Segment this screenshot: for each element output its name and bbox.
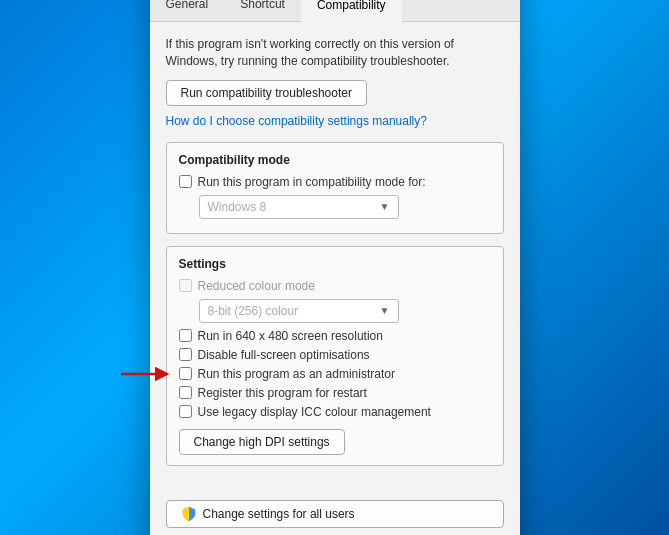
footer-buttons: OK Cancel Apply [150,528,520,535]
compatibility-mode-checkbox-row[interactable]: Run this program in compatibility mode f… [179,175,491,189]
compatibility-mode-checkbox-label: Run this program in compatibility mode f… [198,175,426,189]
arrow-icon [119,363,174,385]
disable-fullscreen-row[interactable]: Disable full-screen optimisations [179,348,491,362]
legacy-icc-label: Use legacy display ICC colour management [198,405,431,419]
compatibility-mode-section: Compatibility mode Run this program in c… [166,142,504,234]
settings-section: Settings Reduced colour mode 8-bit (256)… [166,246,504,466]
reduced-colour-mode-row[interactable]: Reduced colour mode [179,279,491,293]
run-as-admin-label: Run this program as an administrator [198,367,395,381]
windows-version-dropdown-row: Windows 8 ▼ [199,195,491,219]
disable-fullscreen-checkbox[interactable] [179,348,192,361]
legacy-icc-checkbox[interactable] [179,405,192,418]
640x480-row[interactable]: Run in 640 x 480 screen resolution [179,329,491,343]
tab-content: If this program isn't working correctly … [150,22,520,492]
help-link[interactable]: How do I choose compatibility settings m… [166,114,504,128]
dropdown-chevron-icon: ▼ [380,201,390,212]
run-as-admin-checkbox[interactable] [179,367,192,380]
windows-version-dropdown[interactable]: Windows 8 ▼ [199,195,399,219]
compatibility-mode-checkbox[interactable] [179,175,192,188]
legacy-icc-row[interactable]: Use legacy display ICC colour management [179,405,491,419]
dialog: Security Details Previous Versions Gener… [150,0,520,535]
640x480-label: Run in 640 x 480 screen resolution [198,329,383,343]
colour-dropdown-chevron-icon: ▼ [380,305,390,316]
640x480-checkbox[interactable] [179,329,192,342]
reduced-colour-mode-checkbox[interactable] [179,279,192,292]
register-restart-row[interactable]: Register this program for restart [179,386,491,400]
change-dpi-button[interactable]: Change high DPI settings [179,429,345,455]
uac-shield-icon [181,506,197,522]
change-all-users-label: Change settings for all users [203,507,355,521]
disable-fullscreen-label: Disable full-screen optimisations [198,348,370,362]
colour-depth-dropdown[interactable]: 8-bit (256) colour ▼ [199,299,399,323]
change-all-users-button[interactable]: Change settings for all users [166,500,504,528]
register-restart-label: Register this program for restart [198,386,367,400]
tabs-bottom-row: General Shortcut Compatibility [150,0,520,21]
compatibility-mode-label: Compatibility mode [179,153,491,167]
register-restart-checkbox[interactable] [179,386,192,399]
run-troubleshooter-button[interactable]: Run compatibility troubleshooter [166,80,367,106]
tab-shortcut[interactable]: Shortcut [224,0,301,21]
run-as-admin-row[interactable]: Run this program as an administrator [179,367,491,381]
colour-depth-dropdown-row: 8-bit (256) colour ▼ [199,299,491,323]
reduced-colour-mode-label: Reduced colour mode [198,279,315,293]
colour-depth-value: 8-bit (256) colour [208,304,299,318]
windows-version-value: Windows 8 [208,200,267,214]
tab-general[interactable]: General [150,0,225,21]
tabs-container: Security Details Previous Versions Gener… [150,0,520,22]
settings-label: Settings [179,257,491,271]
change-dpi-btn-wrapper: Change high DPI settings [179,429,491,455]
tab-compatibility[interactable]: Compatibility [301,0,402,22]
description-text: If this program isn't working correctly … [166,36,504,70]
red-arrow-annotation [119,363,174,385]
